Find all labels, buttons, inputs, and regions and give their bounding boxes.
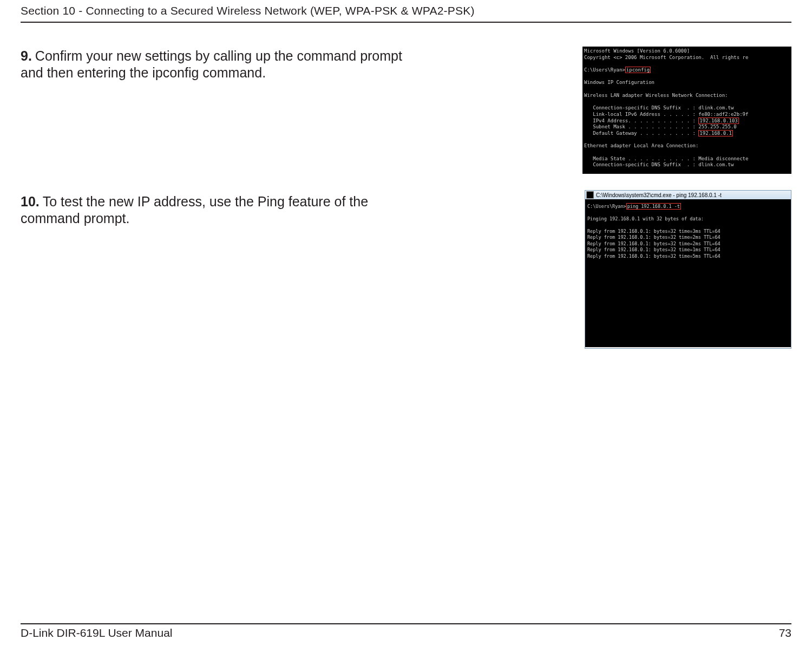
step-9-number: 9. — [21, 48, 32, 63]
screenshot-ipconfig: Microsoft Windows [Version 6.0.6000] Cop… — [582, 47, 791, 174]
footer-row: D-Link DIR-619L User Manual 73 — [21, 627, 791, 640]
page-number: 73 — [779, 627, 791, 640]
cmd1-line: Copyright <c> 2006 Microsoft Corporation… — [584, 55, 748, 60]
cmd1-line: Wireless LAN adapter Wireless Network Co… — [584, 93, 728, 98]
cmd2-prompt: C:\Users\Ryan> — [587, 204, 626, 209]
window-titlebar: C:\Windows\system32\cmd.exe - ping 192.1… — [585, 191, 791, 199]
cmd-output-2: C:\Users\Ryan>ping 192.168.0.1 -t Pingin… — [587, 204, 789, 259]
cmd2-reply: Reply from 192.168.0.1: bytes=32 time=1m… — [587, 247, 721, 252]
header-rule — [21, 22, 791, 23]
cmd2-command-highlight: ping 192.168.0.1 -t — [626, 203, 681, 210]
cmd2-line: Pinging 192.168.0.1 with 32 bytes of dat… — [587, 216, 704, 221]
cmd1-line: Microsoft Windows [Version 6.0.6000] — [584, 48, 690, 54]
cmd2-reply: Reply from 192.168.0.1: bytes=32 time=2m… — [587, 234, 721, 240]
cmd2-reply: Reply from 192.168.0.1: bytes=32 time=3m… — [587, 229, 721, 234]
page: Section 10 - Connecting to a Secured Wir… — [0, 0, 812, 646]
step-10-text: To test the new IP address, use the Ping… — [21, 194, 368, 226]
cmd1-line: Default Gateway . . . . . . . . . : — [584, 130, 698, 136]
cmd1-line: Windows IP Configuration — [584, 80, 654, 85]
cmd1-line: Media State . . . . . . . . . . . : Medi… — [584, 156, 748, 161]
cmd1-ip-highlight: 192.168.0.103 — [698, 118, 738, 124]
cmd2-reply: Reply from 192.168.0.1: bytes=32 time=5m… — [587, 253, 721, 259]
manual-title: D-Link DIR-619L User Manual — [21, 627, 173, 640]
cmd-output-1: Microsoft Windows [Version 6.0.6000] Cop… — [583, 47, 791, 174]
step-9: 9.Confirm your new settings by calling u… — [21, 48, 410, 82]
section-header: Section 10 - Connecting to a Secured Wir… — [21, 0, 791, 17]
footer-rule — [21, 623, 791, 624]
page-footer: D-Link DIR-619L User Manual 73 — [21, 623, 791, 640]
cmd1-line: Link-local IPv6 Address . . . . . : fe80… — [584, 112, 748, 117]
cmd1-prompt: C:\Users\Ryan> — [584, 67, 625, 73]
cmd1-command-highlight: ipconfig — [625, 67, 651, 73]
screenshot-ping: C:\Windows\system32\cmd.exe - ping 192.1… — [585, 190, 791, 349]
window-title-text: C:\Windows\system32\cmd.exe - ping 192.1… — [596, 192, 722, 198]
step-10: 10.To test the new IP address, use the P… — [21, 193, 421, 227]
cmd-window-icon — [586, 191, 594, 199]
cmd1-line: Connection-specific DNS Suffix . : dlink… — [584, 162, 734, 167]
step-9-text: Confirm your new settings by calling up … — [21, 48, 402, 80]
cmd-body-2: C:\Users\Ryan>ping 192.168.0.1 -t Pingin… — [585, 199, 791, 347]
cmd1-line: Ethernet adapter Local Area Connection: — [584, 143, 698, 148]
cmd1-line: Subnet Mask . . . . . . . . . . . : 255.… — [584, 124, 737, 129]
cmd1-gateway-highlight: 192.168.0.1 — [698, 130, 733, 136]
cmd1-line: IPv4 Address. . . . . . . . . . . : — [584, 118, 698, 123]
cmd1-line: Connection-specific DNS Suffix . : dlink… — [584, 105, 734, 110]
cmd2-reply: Reply from 192.168.0.1: bytes=32 time=2m… — [587, 241, 721, 246]
step-10-number: 10. — [21, 194, 40, 209]
section-title: Section 10 - Connecting to a Secured Wir… — [21, 4, 475, 17]
